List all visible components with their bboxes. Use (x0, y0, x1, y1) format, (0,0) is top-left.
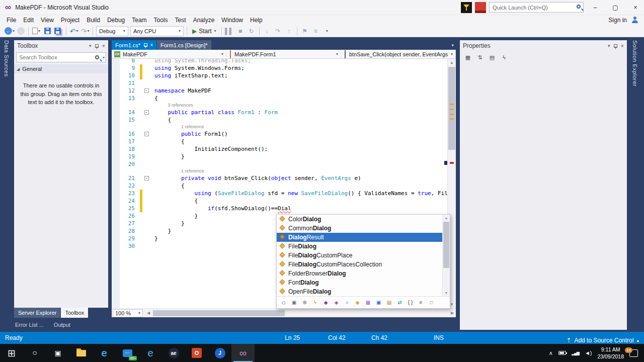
menu-tools[interactable]: Tools (150, 16, 172, 25)
menu-debug[interactable]: Debug (104, 16, 128, 25)
taskbar-clock[interactable]: 9:11 AM 23/09/2018 (597, 346, 624, 360)
snippet-filter-icon[interactable]: ≡ (416, 298, 426, 307)
stop-button[interactable]: ■ (235, 26, 246, 37)
code-line[interactable]: 10using iTextSharp.text; (112, 72, 456, 79)
taskbar-visual-studio[interactable]: ∞ (231, 344, 255, 362)
horizontal-scroll-thumb[interactable] (153, 310, 285, 316)
close-icon[interactable]: × (150, 42, 153, 48)
completion-item[interactable]: FontDialog (277, 278, 442, 287)
property-filter-icon[interactable]: ⊕ (300, 298, 309, 307)
taskbar-file-explorer[interactable] (69, 344, 93, 362)
action-center-icon[interactable]: 19 (629, 349, 638, 357)
taskbar-search[interactable]: ○ (23, 344, 46, 362)
interface-filter-icon[interactable]: ○ (342, 298, 352, 307)
overlay-funnel-icon[interactable] (461, 2, 472, 13)
maximize-button[interactable]: ▢ (607, 0, 624, 15)
overlay-record-icon[interactable] (475, 2, 486, 13)
code-line[interactable]: 14- public partial class Form1 : Form (112, 109, 456, 116)
taskbar-start[interactable]: ⊞ (0, 344, 23, 362)
tab-server-explorer[interactable]: Server Explorer (14, 308, 60, 318)
scroll-down-icon[interactable]: ▼ (443, 290, 450, 296)
navigate-forward-button[interactable]: → (15, 26, 26, 37)
find-in-files-button[interactable]: ≡ (310, 26, 321, 37)
delegate-filter-icon[interactable]: ⇄ (395, 298, 405, 307)
code-line[interactable]: 13{ (112, 95, 456, 102)
taskbar-office[interactable]: O (185, 344, 208, 362)
platform-combo[interactable]: Any CPU▾ (130, 26, 184, 36)
properties-icon[interactable]: ▤ (487, 52, 497, 62)
nav-dropdown[interactable]: C#MakePDF▾ (112, 50, 226, 58)
tab-toolbox[interactable]: Toolbox (61, 308, 88, 318)
new-file-button[interactable]: ▾ (31, 26, 42, 37)
alphabetical-sort-icon[interactable]: ⇅ (475, 52, 485, 62)
completion-item[interactable]: DialogResult (277, 233, 442, 242)
zoom-combo[interactable]: 100 %▾ (113, 309, 143, 317)
variable-filter-icon[interactable]: ◇ (279, 298, 288, 307)
menu-project[interactable]: Project (57, 16, 83, 25)
fold-toggle[interactable]: - (144, 176, 149, 180)
taskbar-messaging[interactable]: ⋯99+ (116, 344, 139, 362)
nav-dropdown[interactable]: btnSave_Click(object sender, EventArgs▾ (341, 50, 456, 58)
code-line[interactable]: 12-namespace MakePDF (112, 87, 456, 95)
document-tab[interactable]: Form1.cs*× (112, 40, 156, 50)
menu-file[interactable]: File (3, 16, 20, 25)
toolbox-header[interactable]: Toolbox ▾ × (14, 40, 108, 51)
step-into-button[interactable]: ↓ (262, 26, 273, 37)
taskbar-ie[interactable]: e (139, 344, 162, 362)
save-all-button[interactable] (53, 26, 64, 37)
completion-item[interactable]: ColorDialog (277, 215, 442, 224)
expander-filter-icon[interactable]: □ (427, 298, 436, 307)
module-filter-icon[interactable]: ▦ (363, 298, 373, 307)
pin-icon[interactable] (144, 43, 147, 47)
minimize-button[interactable]: – (587, 0, 604, 15)
window-position-icon[interactable]: ▾ (608, 43, 610, 48)
battery-icon[interactable] (558, 351, 566, 355)
scroll-left-icon[interactable]: ◀ (145, 311, 152, 315)
autohide-tab-error-list[interactable]: Error List ... (15, 322, 44, 328)
taskbar-edge[interactable]: e (93, 344, 116, 362)
codelens-row[interactable]: 1 reference (112, 168, 456, 174)
pin-icon[interactable] (95, 44, 99, 48)
sign-in-link[interactable]: Sign in (608, 17, 627, 24)
pin-icon[interactable] (614, 44, 617, 48)
code-line[interactable]: 17 { (112, 138, 456, 145)
chevron-down-icon[interactable]: ▾ (103, 55, 105, 60)
step-over-button[interactable]: ↷ (273, 26, 284, 37)
constant-filter-icon[interactable]: ▣ (289, 298, 299, 307)
navigate-back-button[interactable]: ←▾ (4, 26, 15, 37)
quick-launch-input[interactable] (489, 2, 584, 13)
scroll-up-icon[interactable]: ▲ (443, 215, 450, 221)
code-line[interactable]: 25 if(sfd.ShowDialog()==Dial (112, 205, 456, 212)
code-line[interactable]: 9using System.Windows.Forms; (112, 64, 456, 72)
completion-item[interactable]: FileDialogCustomPlacesCollection (277, 260, 442, 269)
start-debug-button[interactable]: ▶ Start▾ (189, 26, 219, 37)
code-line[interactable]: 11 (112, 79, 456, 87)
taskbar-j-app[interactable]: J (208, 344, 231, 362)
close-icon[interactable]: × (102, 43, 105, 49)
properties-header[interactable]: Properties ▾ × (460, 40, 627, 51)
categorized-icon[interactable]: ▦ (463, 52, 473, 62)
menu-test[interactable]: Test (172, 16, 190, 25)
redo-button[interactable]: ↷▾ (79, 26, 91, 37)
menu-help[interactable]: Help (247, 16, 266, 25)
scroll-right-icon[interactable]: ▶ (449, 311, 456, 315)
taskbar-ae[interactable]: ae (162, 344, 185, 362)
horizontal-scrollbar[interactable] (152, 309, 449, 317)
code-line[interactable]: 19 } (112, 153, 456, 160)
menu-analyze[interactable]: Analyze (190, 16, 218, 25)
document-well-dropdown-icon[interactable]: ▾ (451, 43, 454, 48)
menu-build[interactable]: Build (83, 16, 104, 25)
code-line[interactable]: 20 (112, 160, 456, 168)
document-tab[interactable]: Form1.cs [Design]* (157, 40, 211, 50)
events-icon[interactable]: ϟ (499, 52, 509, 62)
menu-window[interactable]: Window (218, 16, 247, 25)
extension-method-filter-icon[interactable]: ◈ (332, 298, 341, 307)
toolbar-overflow-button[interactable]: ▾ (321, 26, 333, 37)
autohide-tab-data-sources[interactable]: Data Sources (4, 40, 10, 77)
user-account-icon[interactable] (631, 17, 639, 24)
bookmark-button[interactable]: ⚑ (299, 26, 310, 37)
completion-item[interactable]: FileDialog (277, 242, 442, 251)
fold-toggle[interactable]: - (144, 132, 149, 136)
completion-item[interactable]: FolderBrowserDialog (277, 269, 442, 278)
completion-item[interactable]: OpenFileDialog (277, 287, 442, 296)
